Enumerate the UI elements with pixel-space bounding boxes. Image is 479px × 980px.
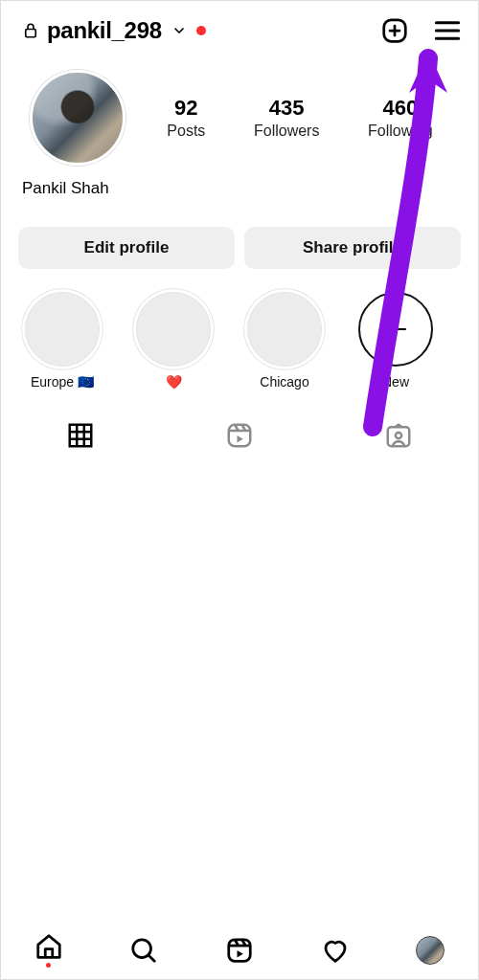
stat-label: Posts <box>167 122 205 140</box>
stat-value: 92 <box>167 96 205 121</box>
highlight-thumb <box>25 292 100 367</box>
account-switcher[interactable]: pankil_298 <box>22 17 380 44</box>
highlight-item[interactable]: Europe 🇪🇺 <box>22 292 103 390</box>
highlight-label: Chicago <box>260 374 308 390</box>
bottom-nav <box>1 920 478 979</box>
plus-icon <box>358 292 433 367</box>
highlight-item[interactable]: ❤️ <box>133 292 214 390</box>
profile-header: 92 Posts 435 Followers 460 Following <box>1 55 478 169</box>
stat-posts[interactable]: 92 Posts <box>167 96 205 140</box>
display-name: Pankil Shah <box>1 169 478 198</box>
top-bar: pankil_298 <box>1 1 478 55</box>
notification-dot <box>196 26 206 35</box>
svg-rect-7 <box>229 939 251 961</box>
profile-avatar[interactable] <box>30 70 125 166</box>
nav-home[interactable] <box>34 932 63 968</box>
profile-actions: Edit profile Share profile <box>1 198 478 286</box>
nav-search[interactable] <box>129 936 158 965</box>
highlight-thumb <box>247 292 322 367</box>
svg-rect-2 <box>70 424 92 446</box>
reels-icon <box>225 936 254 965</box>
story-highlights: Europe 🇪🇺 ❤️ Chicago New <box>1 286 478 401</box>
edit-profile-button[interactable]: Edit profile <box>18 227 235 269</box>
grid-icon <box>66 421 95 454</box>
create-button[interactable] <box>380 16 409 45</box>
highlight-new[interactable]: New <box>355 292 436 390</box>
highlight-label: New <box>382 374 409 390</box>
heart-icon <box>321 936 350 965</box>
hamburger-menu-button[interactable] <box>434 19 461 42</box>
share-profile-button[interactable]: Share profile <box>244 227 461 269</box>
tab-tagged[interactable] <box>319 414 478 460</box>
highlight-thumb <box>136 292 211 367</box>
stat-value: 460 <box>368 96 433 121</box>
svg-rect-3 <box>229 424 251 446</box>
stat-followers[interactable]: 435 Followers <box>254 96 319 140</box>
stat-label: Followers <box>254 122 319 140</box>
profile-content-tabs <box>1 414 478 460</box>
chevron-down-icon <box>171 23 187 38</box>
home-icon <box>34 932 63 961</box>
nav-activity[interactable] <box>321 936 350 965</box>
nav-reels[interactable] <box>225 936 254 965</box>
stat-value: 435 <box>254 96 319 121</box>
highlight-label: ❤️ <box>166 374 182 390</box>
reels-icon <box>225 421 254 454</box>
highlight-label: Europe 🇪🇺 <box>31 374 94 390</box>
notification-dot <box>46 963 51 968</box>
stat-following[interactable]: 460 Following <box>368 96 433 140</box>
stat-label: Following <box>368 122 433 140</box>
username: pankil_298 <box>47 17 162 44</box>
tab-grid[interactable] <box>1 414 160 460</box>
svg-rect-4 <box>388 427 410 446</box>
avatar-icon <box>416 936 445 965</box>
nav-profile[interactable] <box>416 936 445 965</box>
svg-rect-0 <box>26 30 36 37</box>
tagged-icon <box>384 421 413 454</box>
tab-reels[interactable] <box>160 414 319 460</box>
highlight-item[interactable]: Chicago <box>244 292 325 390</box>
lock-icon <box>22 20 39 41</box>
svg-point-5 <box>396 432 401 437</box>
search-icon <box>129 936 158 965</box>
